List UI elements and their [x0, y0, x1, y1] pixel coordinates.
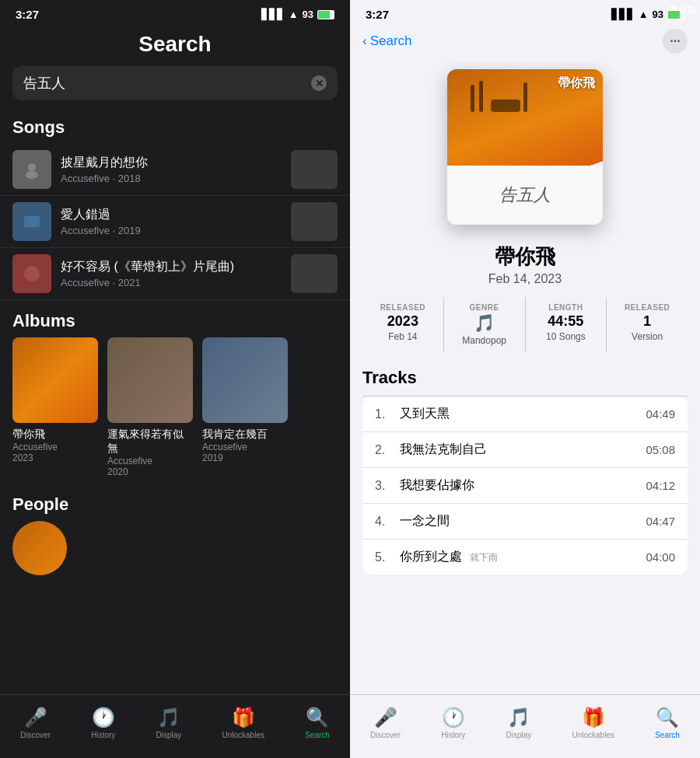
battery-icon: [317, 10, 334, 19]
right-history-icon: 🕐: [442, 707, 465, 728]
song-info-3: 好不容易 (《華燈初上》片尾曲) Accusefive · 2021: [61, 259, 282, 288]
song-row[interactable]: 披星戴月的想你 Accusefive · 2018: [0, 144, 350, 196]
album-item-3[interactable]: 我肯定在幾百 Accusefive 2019: [202, 337, 288, 477]
track-dur-2: 05:08: [646, 443, 675, 456]
tracks-label: Tracks: [362, 365, 688, 396]
album-cover-1: 帶你飛: [12, 337, 98, 423]
right-discover-icon: 🎤: [374, 707, 397, 728]
right-display-icon: 🎵: [507, 707, 530, 728]
left-time: 3:27: [16, 8, 39, 21]
right-unlockables-icon: 🎁: [582, 707, 605, 728]
track-dur-1: 04:49: [646, 407, 675, 421]
right-battery-percent: 93: [653, 9, 663, 20]
meta-length-value: 44:55: [548, 313, 583, 330]
album-artist-2: Accusefive: [107, 456, 193, 466]
track-row-4[interactable]: 4. 一念之間 04:47: [362, 504, 688, 540]
back-label: Search: [370, 33, 412, 49]
track-row-1[interactable]: 1. 又到天黑 04:49: [362, 396, 688, 432]
song-row[interactable]: 愛人錯過 Accusefive · 2019: [0, 196, 350, 248]
right-tab-search[interactable]: 🔍 Search: [649, 702, 686, 744]
album-name-3: 我肯定在幾百: [202, 428, 288, 442]
back-button[interactable]: ‹ Search: [362, 33, 412, 49]
wifi-icon: ▲: [289, 9, 299, 20]
track-name-1: 又到天黑: [400, 406, 636, 422]
albums-section: Albums 帶你飛 帶你飛 Accusefive 2023 運氣來得若有似無 …: [0, 306, 350, 487]
album-release-date: Feb 14, 2023: [350, 272, 700, 297]
meta-length: LENGTH 44:55 10 Songs: [526, 297, 607, 352]
track-info-4: 一念之間: [400, 513, 636, 529]
tab-history[interactable]: 🕐 History: [85, 702, 121, 744]
track-dur-5: 04:00: [646, 550, 675, 564]
svg-point-0: [28, 163, 36, 171]
search-bar[interactable]: 告五人 ✕: [12, 66, 338, 100]
track-info-2: 我無法克制自己: [400, 442, 636, 458]
right-tab-display-label: Display: [506, 731, 532, 739]
track-name-4: 一念之間: [400, 513, 636, 529]
song-right-thumb-1: [291, 150, 338, 189]
album-artist-3: Accusefive: [202, 442, 288, 452]
album-title: 帶你飛: [350, 237, 700, 272]
right-tab-display[interactable]: 🎵 Display: [500, 702, 538, 744]
more-icon: ···: [670, 34, 680, 48]
album-item-2[interactable]: 運氣來得若有似無 Accusefive 2020: [107, 337, 193, 477]
track-row-5[interactable]: 5. 你所到之處 就下雨 04:00: [362, 540, 688, 575]
song-sub-1: Accusefive · 2018: [61, 173, 282, 184]
track-name-3: 我想要佔據你: [400, 477, 636, 494]
album-meta-bar: RELEASED 2023 Feb 14 GENRE 🎵 Mandopop LE…: [350, 297, 700, 365]
song-sub-3: Accusefive · 2021: [61, 277, 282, 288]
right-tab-discover-label: Discover: [370, 731, 401, 739]
song-info-1: 披星戴月的想你 Accusefive · 2018: [61, 155, 282, 184]
track-num-2: 2.: [375, 443, 390, 457]
right-time: 3:27: [366, 8, 389, 21]
meta-length-sub: 10 Songs: [546, 331, 586, 342]
song-thumb-2: [12, 202, 51, 241]
right-wifi-icon: ▲: [639, 9, 649, 20]
svg-point-1: [26, 171, 38, 179]
right-tab-unlockables[interactable]: 🎁 Unlockables: [565, 702, 620, 744]
right-tab-search-label: Search: [655, 731, 680, 739]
right-tab-discover[interactable]: 🎤 Discover: [364, 702, 407, 744]
left-tab-bar: 🎤 Discover 🕐 History 🎵 Display 🎁 Unlocka…: [0, 694, 350, 758]
tracks-section: Tracks 1. 又到天黑 04:49 2. 我無法克制自己 05:08: [350, 365, 700, 575]
meta-version-label: RELEASED: [625, 303, 670, 312]
right-content: 帶你飛 告五人 帶你飛 Feb 14, 2023 RELEASED 2023 F…: [350, 61, 700, 694]
album-hero-card: 帶你飛 告五人: [447, 69, 603, 225]
track-dur-3: 04:12: [646, 479, 675, 492]
song-name-2: 愛人錯過: [61, 207, 282, 223]
album-cover-3: [202, 337, 288, 423]
tab-discover[interactable]: 🎤 Discover: [14, 702, 57, 744]
song-name-1: 披星戴月的想你: [61, 155, 282, 171]
clear-button[interactable]: ✕: [311, 75, 327, 91]
search-input-value: 告五人: [23, 74, 303, 93]
person-item-1[interactable]: [12, 521, 67, 575]
person-avatar-1: [12, 521, 67, 575]
album-hero-bottom: 告五人: [447, 166, 603, 225]
meta-released-value: 2023: [387, 313, 418, 330]
track-num-3: 3.: [375, 479, 390, 493]
right-tab-history[interactable]: 🕐 History: [435, 702, 471, 744]
meta-version: RELEASED 1 Version: [607, 297, 688, 352]
album-item-1[interactable]: 帶你飛 帶你飛 Accusefive 2023: [12, 337, 98, 477]
meta-released-label: RELEASED: [380, 303, 425, 312]
song-row[interactable]: 好不容易 (《華燈初上》片尾曲) Accusefive · 2021: [0, 248, 350, 300]
track-row-3[interactable]: 3. 我想要佔據你 04:12: [362, 468, 688, 504]
meta-genre-sub: Mandopop: [462, 335, 506, 346]
tab-display[interactable]: 🎵 Display: [150, 702, 188, 744]
album-year-2: 2020: [107, 466, 193, 477]
page-title: Search: [0, 26, 350, 66]
meta-released: RELEASED 2023 Feb 14: [362, 297, 444, 352]
albums-scroll: 帶你飛 帶你飛 Accusefive 2023 運氣來得若有似無 Accusef…: [0, 337, 350, 487]
tab-unlockables[interactable]: 🎁 Unlockables: [215, 702, 270, 744]
tab-search[interactable]: 🔍 Search: [299, 702, 336, 744]
meta-length-label: LENGTH: [548, 303, 583, 312]
right-signal-icon: ▋▋▋: [611, 9, 635, 20]
track-row-2[interactable]: 2. 我無法克制自己 05:08: [362, 432, 688, 468]
track-dur-4: 04:47: [646, 515, 675, 528]
album-name-1: 帶你飛: [12, 428, 98, 442]
songs-section-label: Songs: [0, 113, 350, 144]
track-feat-5: 就下雨: [470, 552, 498, 563]
right-tab-history-label: History: [441, 731, 465, 739]
track-name-5: 你所到之處 就下雨: [400, 549, 636, 565]
more-button[interactable]: ···: [663, 29, 688, 54]
meta-version-value: 1: [643, 313, 651, 330]
